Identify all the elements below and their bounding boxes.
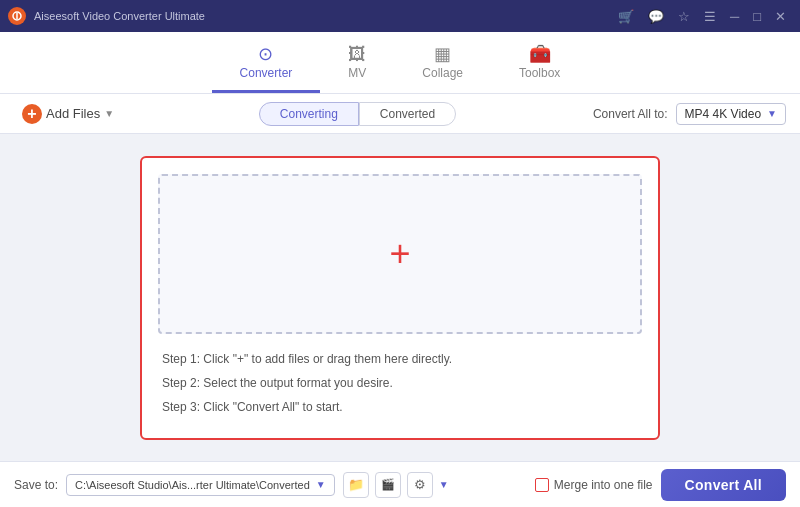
footer-extra-arrow: ▼ [439, 479, 449, 490]
tab-mv-label: MV [348, 66, 366, 80]
tab-toolbox[interactable]: 🧰 Toolbox [491, 37, 588, 93]
main-content: + Step 1: Click "+" to add files or drag… [0, 134, 800, 461]
toolbar-right: Convert All to: MP4 4K Video ▼ [593, 103, 786, 125]
save-path-text: C:\Aiseesoft Studio\Ais...rter Ultimate\… [75, 479, 310, 491]
star-icon[interactable]: ☆ [672, 7, 696, 26]
drop-plus-icon: + [389, 236, 410, 272]
convert-all-to-label: Convert All to: [593, 107, 668, 121]
nav-tabs: ⊙ Converter 🖼 MV ▦ Collage 🧰 Toolbox [0, 32, 800, 94]
tab-collage-label: Collage [422, 66, 463, 80]
step3-text: Step 3: Click "Convert All" to start. [162, 398, 642, 416]
save-to-label: Save to: [14, 478, 58, 492]
format-select-box[interactable]: MP4 4K Video ▼ [676, 103, 786, 125]
format-value: MP4 4K Video [685, 107, 762, 121]
tab-converter[interactable]: ⊙ Converter [212, 37, 321, 93]
save-path-dropdown-arrow: ▼ [316, 479, 326, 490]
tab-toolbox-label: Toolbox [519, 66, 560, 80]
add-plus-icon: + [22, 104, 42, 124]
converter-icon: ⊙ [258, 45, 273, 63]
folder-icon-btn[interactable]: 📁 [343, 472, 369, 498]
convert-all-button[interactable]: Convert All [661, 469, 786, 501]
gear-icon-btn[interactable]: ⚙ [407, 472, 433, 498]
chat-icon[interactable]: 💬 [642, 7, 670, 26]
minimize-icon[interactable]: ─ [724, 7, 745, 26]
merge-checkbox[interactable] [535, 478, 549, 492]
maximize-icon[interactable]: □ [747, 7, 767, 26]
app-title: Aiseesoft Video Converter Ultimate [34, 10, 612, 22]
tab-converter-label: Converter [240, 66, 293, 80]
tab-collage[interactable]: ▦ Collage [394, 37, 491, 93]
save-path-box[interactable]: C:\Aiseesoft Studio\Ais...rter Ultimate\… [66, 474, 335, 496]
menu-icon[interactable]: ☰ [698, 7, 722, 26]
tab-mv[interactable]: 🖼 MV [320, 37, 394, 93]
merge-label-text: Merge into one file [554, 478, 653, 492]
settings-icon-btn[interactable]: 🎬 [375, 472, 401, 498]
mv-icon: 🖼 [348, 45, 366, 63]
title-bar-controls: 🛒 💬 ☆ ☰ ─ □ ✕ [612, 7, 792, 26]
cart-icon[interactable]: 🛒 [612, 7, 640, 26]
close-icon[interactable]: ✕ [769, 7, 792, 26]
toolbar-tab-pills: Converting Converted [122, 102, 593, 126]
merge-checkbox-label[interactable]: Merge into one file [535, 478, 653, 492]
converting-tab[interactable]: Converting [259, 102, 359, 126]
format-dropdown-arrow: ▼ [767, 108, 777, 119]
drop-zone-inner[interactable]: + [158, 174, 642, 334]
toolbox-icon: 🧰 [529, 45, 551, 63]
step1-text: Step 1: Click "+" to add files or drag t… [162, 350, 642, 368]
step2-text: Step 2: Select the output format you des… [162, 374, 642, 392]
footer: Save to: C:\Aiseesoft Studio\Ais...rter … [0, 461, 800, 507]
app-logo [8, 7, 26, 25]
toolbar: + Add Files ▼ Converting Converted Conve… [0, 94, 800, 134]
drop-zone-outer: + Step 1: Click "+" to add files or drag… [140, 156, 660, 440]
converted-tab[interactable]: Converted [359, 102, 456, 126]
instructions: Step 1: Click "+" to add files or drag t… [158, 346, 642, 416]
add-files-button[interactable]: + Add Files ▼ [14, 100, 122, 128]
footer-icons: 📁 🎬 ⚙ ▼ [343, 472, 449, 498]
add-files-dropdown-arrow: ▼ [104, 108, 114, 119]
add-files-label: Add Files [46, 106, 100, 121]
title-bar: Aiseesoft Video Converter Ultimate 🛒 💬 ☆… [0, 0, 800, 32]
collage-icon: ▦ [434, 45, 451, 63]
